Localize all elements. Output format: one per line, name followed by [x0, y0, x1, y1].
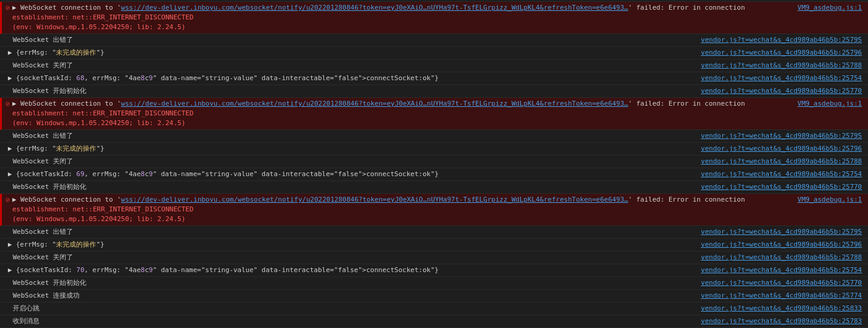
number-value: 8	[141, 170, 145, 178]
log-text-line: (env: Windows,mp,1.05.2204250; lib: 2.24…	[12, 22, 791, 32]
log-row: WebSocket 关闭了vendor.js?t=wechat&s_4cd989…	[0, 155, 868, 168]
log-text: ▶ {errMsg: "未完成的操作"}	[8, 48, 695, 58]
number-value: 9	[149, 266, 153, 274]
log-row[interactable]: ⊘▶ WebSocket connection to 'wss://dev-de…	[0, 2, 868, 34]
log-text-line: ▶ WebSocket connection to 'wss://dev-del…	[12, 99, 791, 109]
log-row[interactable]: ▶ {errMsg: "未完成的操作"}vendor.js?t=wechat&s…	[0, 239, 868, 251]
log-text: 开启心跳	[13, 304, 695, 313]
error-icon: ⊘	[5, 99, 10, 109]
log-row[interactable]: ▶ {socketTaskId: 69, errMsg: "4ae8c9" da…	[0, 168, 868, 181]
log-text-line: ▶ WebSocket connection to 'wss://dev-del…	[12, 3, 791, 13]
log-row[interactable]: ⊘▶ WebSocket connection to 'wss://dev-de…	[0, 98, 868, 130]
log-source[interactable]: vendor.js?t=wechat&s_4cd989ab46b5b:25774	[695, 291, 866, 301]
log-row: 收到消息vendor.js?t=wechat&s_4cd989ab46b5b:2…	[0, 315, 868, 328]
log-text: WebSocket 连接成功	[13, 291, 695, 301]
log-source[interactable]: vendor.js?t=wechat&s_4cd989ab46b5b:25788	[695, 61, 866, 70]
log-text: WebSocket 关闭了	[13, 61, 695, 70]
log-text: WebSocket 开始初始化	[13, 182, 695, 192]
log-text: WebSocket 出错了	[13, 131, 695, 141]
log-text: ▶ {socketTaskId: 70, errMsg: "4ae8c9" da…	[8, 265, 695, 275]
log-row: WebSocket 关闭了vendor.js?t=wechat&s_4cd989…	[0, 60, 868, 72]
log-text: ▶ {errMsg: "未完成的操作"}	[8, 144, 695, 154]
log-source[interactable]: VM9_asdebug.js:1	[791, 99, 866, 109]
log-row: WebSocket 出错了vendor.js?t=wechat&s_4cd989…	[0, 130, 868, 143]
log-row: WebSocket 开始初始化vendor.js?t=wechat&s_4cd9…	[0, 181, 868, 194]
log-row[interactable]: ▶ {socketTaskId: 70, errMsg: "4ae8c9" da…	[0, 264, 868, 277]
number-value: 8	[141, 266, 145, 274]
log-source[interactable]: vendor.js?t=wechat&s_4cd989ab46b5b:25754	[695, 265, 866, 275]
log-source[interactable]: VM9_asdebug.js:1	[791, 195, 866, 205]
log-row[interactable]: ⊘▶ WebSocket connection to 'wss://dev-de…	[0, 194, 868, 226]
log-source[interactable]: vendor.js?t=wechat&s_4cd989ab46b5b:25795	[695, 227, 866, 237]
number-value: 4	[129, 170, 133, 178]
log-text-line: establishment: net::ERR_INTERNET_DISCONN…	[12, 205, 791, 214]
log-source[interactable]: VM9_asdebug.js:1	[791, 3, 866, 13]
log-text: WebSocket 出错了	[13, 227, 695, 237]
ws-url-link[interactable]: wss://dev-deliver.inboyu.com/websocket/n…	[121, 196, 628, 203]
log-row[interactable]: ▶ {errMsg: "未完成的操作"}vendor.js?t=wechat&s…	[0, 143, 868, 155]
log-source[interactable]: vendor.js?t=wechat&s_4cd989ab46b5b:25796	[695, 144, 866, 154]
log-source[interactable]: vendor.js?t=wechat&s_4cd989ab46b5b:25754	[695, 169, 866, 179]
ws-url-link[interactable]: wss://dev-deliver.inboyu.com/websocket/n…	[121, 100, 628, 108]
number-value: 4	[129, 74, 133, 82]
log-row: 开启心跳vendor.js?t=wechat&s_4cd989ab46b5b:2…	[0, 302, 868, 315]
log-source[interactable]: vendor.js?t=wechat&s_4cd989ab46b5b:25770	[695, 182, 866, 192]
number-value: 70	[77, 266, 84, 274]
log-row: WebSocket 开始初始化vendor.js?t=wechat&s_4cd9…	[0, 277, 868, 290]
log-source[interactable]: vendor.js?t=wechat&s_4cd989ab46b5b:25833	[695, 304, 866, 313]
log-row: WebSocket 连接成功vendor.js?t=wechat&s_4cd98…	[0, 290, 868, 302]
log-text-line: establishment: net::ERR_INTERNET_DISCONN…	[12, 109, 791, 118]
string-value: 未完成的操作	[56, 145, 96, 152]
log-text: WebSocket 关闭了	[13, 253, 695, 262]
log-source[interactable]: vendor.js?t=wechat&s_4cd989ab46b5b:25770	[695, 278, 866, 288]
log-text-line: (env: Windows,mp,1.05.2204250; lib: 2.24…	[12, 214, 791, 224]
number-value: 9	[149, 74, 153, 82]
log-source[interactable]: vendor.js?t=wechat&s_4cd989ab46b5b:25754	[695, 73, 866, 83]
log-text: ▶ {socketTaskId: 69, errMsg: "4ae8c9" da…	[8, 169, 695, 179]
log-source[interactable]: vendor.js?t=wechat&s_4cd989ab46b5b:25783	[695, 316, 866, 326]
ws-url-link[interactable]: wss://dev-deliver.inboyu.com/websocket/n…	[121, 4, 628, 12]
log-text: 收到消息	[13, 316, 695, 326]
log-source[interactable]: vendor.js?t=wechat&s_4cd989ab46b5b:25770	[695, 86, 866, 96]
number-value: 4	[129, 266, 133, 274]
log-source[interactable]: vendor.js?t=wechat&s_4cd989ab46b5b:25788	[695, 157, 866, 166]
log-text: WebSocket 关闭了	[13, 157, 695, 166]
log-text: WebSocket 开始初始化	[13, 86, 695, 96]
log-text: ▶ {errMsg: "未完成的操作"}	[8, 240, 695, 250]
number-value: 68	[77, 74, 84, 82]
log-row: WebSocket 关闭了vendor.js?t=wechat&s_4cd989…	[0, 251, 868, 264]
log-text-line: ▶ WebSocket connection to 'wss://dev-del…	[12, 195, 791, 205]
log-row[interactable]: ▶ {socketTaskId: 68, errMsg: "4ae8c9" da…	[0, 72, 868, 85]
string-value: 未完成的操作	[56, 49, 96, 56]
log-source[interactable]: vendor.js?t=wechat&s_4cd989ab46b5b:25788	[695, 253, 866, 262]
log-source[interactable]: vendor.js?t=wechat&s_4cd989ab46b5b:25796	[695, 240, 866, 250]
log-text-line: (env: Windows,mp,1.05.2204250; lib: 2.24…	[12, 118, 791, 128]
log-row: WebSocket 出错了vendor.js?t=wechat&s_4cd989…	[0, 226, 868, 239]
log-source[interactable]: vendor.js?t=wechat&s_4cd989ab46b5b:25795	[695, 35, 866, 45]
error-icon: ⊘	[5, 3, 10, 13]
number-value: 9	[149, 170, 153, 178]
log-source[interactable]: vendor.js?t=wechat&s_4cd989ab46b5b:25796	[695, 48, 866, 58]
log-source[interactable]: vendor.js?t=wechat&s_4cd989ab46b5b:25795	[695, 131, 866, 141]
error-text-block: ▶ WebSocket connection to 'wss://dev-del…	[12, 3, 791, 32]
console-container[interactable]: WebSocket 开始初始化vendor.js?t=wechat&s_4cd9…	[0, 0, 868, 328]
log-row: WebSocket 出错了vendor.js?t=wechat&s_4cd989…	[0, 34, 868, 47]
log-text: ▶ {socketTaskId: 68, errMsg: "4ae8c9" da…	[8, 73, 695, 83]
string-value: 未完成的操作	[56, 241, 96, 248]
error-text-block: ▶ WebSocket connection to 'wss://dev-del…	[12, 99, 791, 128]
log-row: WebSocket 开始初始化vendor.js?t=wechat&s_4cd9…	[0, 85, 868, 98]
log-row[interactable]: ▶ {errMsg: "未完成的操作"}vendor.js?t=wechat&s…	[0, 47, 868, 60]
number-value: 69	[77, 170, 84, 178]
log-text-line: establishment: net::ERR_INTERNET_DISCONN…	[12, 13, 791, 22]
log-text: WebSocket 开始初始化	[13, 278, 695, 288]
error-icon: ⊘	[5, 195, 10, 205]
error-text-block: ▶ WebSocket connection to 'wss://dev-del…	[12, 195, 791, 224]
log-text: WebSocket 出错了	[13, 35, 695, 45]
number-value: 8	[141, 74, 145, 82]
